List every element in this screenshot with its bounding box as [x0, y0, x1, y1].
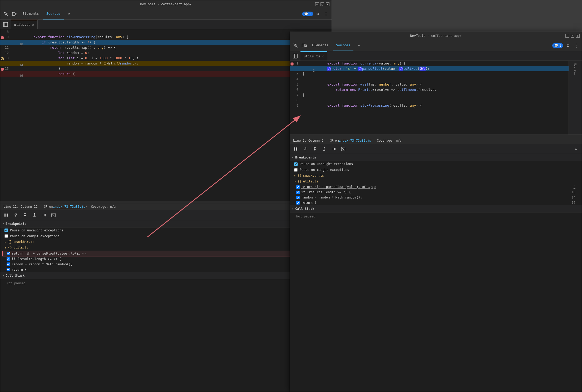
device-icon-1[interactable] — [11, 10, 18, 18]
message-badge-1[interactable]: 💬 1 — [302, 12, 313, 16]
more-debug-btn-2[interactable]: » — [572, 145, 580, 153]
close-btn-2[interactable]: × — [576, 34, 580, 38]
bp-item-4-1: return { 16 — [0, 267, 332, 272]
message-count-2: 1 — [559, 44, 561, 47]
close-tab-2[interactable]: × — [322, 54, 324, 58]
bp-group-arrow-utils-2: ▾ — [294, 180, 296, 183]
source-link-1[interactable]: index-73f73a80.js — [53, 205, 85, 209]
bp-group-name-utils-2: utils.ts — [303, 180, 318, 183]
source-link-2[interactable]: index-73f73a80.js — [339, 139, 371, 142]
elements-tab-1[interactable]: Elements — [19, 8, 42, 19]
maximize-btn-2[interactable]: □ — [571, 34, 574, 38]
code-line-6-2: 6 return new Promise(resolve => setTimeo… — [290, 87, 569, 92]
bp-group-arrow-utils-1: ▾ — [4, 246, 6, 250]
maximize-btn-1[interactable]: □ — [320, 2, 324, 6]
step-btn-2[interactable] — [330, 145, 337, 153]
bp-arrow-1: ▾ — [2, 222, 4, 225]
js-icon-snackbar-1: {} — [8, 240, 12, 244]
device-icon-2[interactable] — [300, 42, 308, 49]
step-out-btn-1[interactable] — [31, 211, 38, 219]
step-btn-1[interactable] — [40, 211, 48, 219]
settings-icon-1[interactable]: ⚙ — [314, 10, 322, 18]
close-btn-1[interactable]: × — [326, 2, 329, 6]
bp-arrow-2: ▾ — [292, 156, 294, 159]
step-out-btn-2[interactable] — [320, 145, 328, 153]
bp-cb-2-2[interactable] — [296, 191, 300, 194]
bp-group-name-utils-1: utils.ts — [13, 246, 29, 250]
more-menu-icon-1[interactable]: ⋮ — [323, 10, 329, 18]
right-side-panel-2: Not pa… — [569, 61, 582, 135]
bp-code-active-2: return '$' + parseFloat(value).toFi… — [301, 185, 370, 189]
message-badge-2[interactable]: 💬 1 — [552, 43, 563, 48]
pause-uncaught-cb-2[interactable] — [294, 162, 298, 166]
bp-code-2-1: if (results.length >= 7) { — [12, 257, 61, 261]
step-over-btn-1[interactable] — [12, 211, 19, 219]
bp-cb-3-2[interactable] — [296, 196, 300, 199]
pause-btn-1[interactable] — [2, 211, 10, 219]
bp-group-utils-2[interactable]: ▾ {} utils.ts — [290, 178, 582, 184]
pause-uncaught-label-1: Pause on uncaught exceptions — [10, 229, 63, 232]
bp-cb-4-1[interactable] — [7, 268, 10, 271]
hscrollbar-2[interactable] — [290, 135, 582, 137]
pause-caught-cb-1[interactable] — [4, 234, 8, 238]
more-tabs-2[interactable]: » — [354, 40, 363, 51]
bp-edit-icon-2[interactable]: ✎ — [371, 185, 373, 189]
settings-icon-2[interactable]: ⚙ — [564, 42, 572, 49]
sidebar-toggle-2[interactable] — [291, 52, 299, 60]
bp-cb-2-1[interactable] — [7, 257, 10, 261]
close-tab-1[interactable]: × — [32, 23, 34, 27]
pause-uncaught-row-1: Pause on uncaught exceptions — [0, 227, 332, 233]
breakpoints-label-1: Breakpoints — [6, 222, 26, 226]
sources-tab-1[interactable]: Sources — [43, 8, 64, 19]
pause-uncaught-cb-1[interactable] — [4, 229, 8, 232]
bp-group-snackbar-2[interactable]: ▸ {} snackbar.ts — [290, 173, 582, 178]
call-stack-header-2[interactable]: ▾ Call Stack — [290, 205, 582, 212]
bp-cb-4-2[interactable] — [296, 201, 300, 205]
bp-group-name-snackbar-1: snackbar.ts — [13, 240, 34, 244]
sources-tab-2[interactable]: Sources — [333, 40, 354, 51]
utils-tab-2[interactable]: utils.ts × — [300, 51, 327, 61]
bp-cb-3-1[interactable] — [7, 262, 10, 266]
step-into-btn-1[interactable] — [21, 211, 29, 219]
inspect-icon-1[interactable] — [2, 10, 10, 18]
inspect-icon-2[interactable] — [292, 42, 299, 49]
message-icon-2: 💬 — [554, 44, 558, 47]
line-num-12: 12 — [0, 51, 11, 55]
bp-cb-active-2[interactable] — [296, 185, 300, 189]
call-stack-label-2: Call Stack — [295, 207, 314, 211]
utils-tab-1[interactable]: utils.ts × — [11, 20, 38, 29]
bp-group-snackbar-1[interactable]: ▸ {} snackbar.ts — [0, 239, 332, 245]
breakpoints-header-1[interactable]: ▾ Breakpoints — [0, 220, 332, 227]
more-menu-icon-2[interactable]: ⋮ — [573, 42, 580, 49]
main-toolbar-1: Elements Sources » 💬 1 ⚙ ⋮ — [0, 8, 332, 20]
minimize-btn-1[interactable]: ─ — [315, 2, 319, 6]
code-content-9-2: export function slowProcessing(results: … — [300, 98, 569, 113]
pause-caught-cb-2[interactable] — [294, 168, 298, 172]
bp-code-2-2: if (results.length >= 7) { — [301, 190, 351, 194]
minimize-btn-2[interactable]: ─ — [565, 34, 569, 38]
deactivate-btn-2[interactable] — [339, 145, 347, 153]
code-area-2: 1 export function currency(value: any) {… — [290, 61, 569, 135]
breakpoint-dot-10 — [1, 36, 4, 39]
bp-delete-icon-2[interactable]: × — [374, 185, 376, 189]
elements-tab-2[interactable]: Elements — [309, 40, 332, 51]
bp-delete-icon-1[interactable]: × — [85, 252, 87, 255]
pause-btn-2[interactable] — [292, 145, 299, 153]
status-sep2-1 — [87, 205, 91, 209]
bp-cb-active-1[interactable] — [7, 252, 10, 255]
deactivate-btn-1[interactable] — [50, 211, 57, 219]
right-panel-label-2: Not pa… — [574, 63, 577, 75]
call-stack-header-1[interactable]: ▾ Call Stack — [0, 272, 332, 279]
file-tab-name-1: utils.ts — [14, 23, 31, 27]
step-into-btn-2[interactable] — [311, 145, 318, 153]
svg-line-21 — [296, 46, 298, 47]
breakpoints-header-2[interactable]: ▾ Breakpoints — [290, 154, 582, 161]
main-toolbar-2: Elements Sources » 💬 1 ⚙ ⋮ — [290, 40, 582, 51]
step-over-btn-2[interactable] — [302, 145, 309, 153]
hscrollbar-1[interactable] — [0, 201, 332, 203]
more-tabs-1[interactable]: » — [65, 8, 73, 19]
bp-group-utils-1[interactable]: ▾ {} utils.ts — [0, 245, 332, 251]
sidebar-toggle-1[interactable] — [1, 20, 10, 29]
bp-edit-icon-1[interactable]: ✎ — [82, 252, 84, 255]
bp-item-3-2: random = random * Math.random(); 14 — [290, 195, 582, 200]
